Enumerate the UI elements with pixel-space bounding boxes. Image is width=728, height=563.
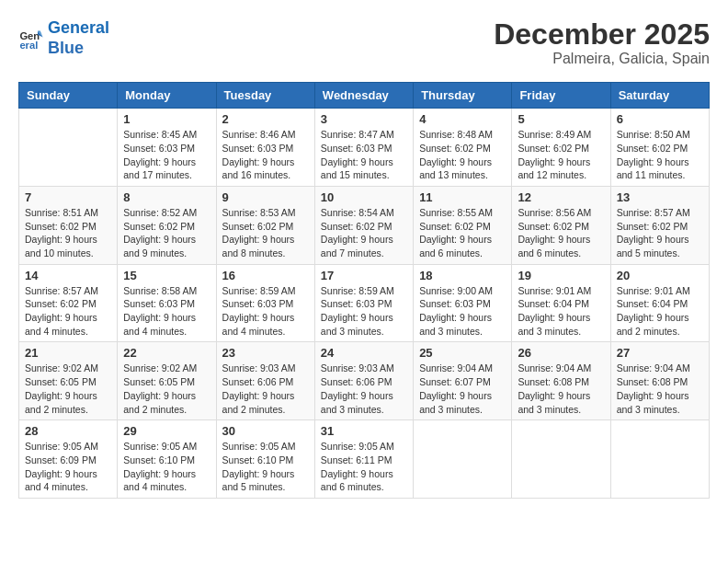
day-number: 5 [518,112,604,126]
day-number: 19 [518,269,604,282]
calendar-title: December 2025 [494,18,710,51]
day-number: 1 [123,112,210,126]
calendar-cell-week2-day2: 8Sunrise: 8:52 AMSunset: 6:02 PMDaylight… [118,186,216,264]
day-number: 4 [419,112,506,126]
calendar-cell-week4-day6: 26Sunrise: 9:04 AMSunset: 6:08 PMDayligh… [512,342,610,420]
weekday-header-friday: Friday [512,83,610,109]
day-info: Sunrise: 9:01 AMSunset: 6:04 PMDaylight:… [617,284,703,339]
day-number: 2 [222,112,309,126]
day-number: 23 [222,346,309,360]
day-info: Sunrise: 9:02 AMSunset: 6:05 PMDaylight:… [123,362,210,416]
day-number: 25 [419,346,506,360]
calendar-cell-week2-day6: 12Sunrise: 8:56 AMSunset: 6:02 PMDayligh… [512,186,610,264]
calendar-cell-week3-day1: 14Sunrise: 8:57 AMSunset: 6:02 PMDayligh… [19,264,118,342]
day-info: Sunrise: 8:59 AMSunset: 6:03 PMDaylight:… [222,284,309,339]
calendar-cell-week5-day5 [414,420,512,499]
day-info: Sunrise: 8:54 AMSunset: 6:02 PMDaylight:… [321,206,407,260]
calendar-cell-week3-day4: 17Sunrise: 8:59 AMSunset: 6:03 PMDayligh… [314,264,413,342]
day-info: Sunrise: 9:04 AMSunset: 6:08 PMDaylight:… [518,362,604,416]
calendar-cell-week4-day3: 23Sunrise: 9:03 AMSunset: 6:06 PMDayligh… [216,342,314,420]
calendar-cell-week4-day7: 27Sunrise: 9:04 AMSunset: 6:08 PMDayligh… [610,342,709,420]
weekday-header-tuesday: Tuesday [216,83,314,109]
day-number: 14 [25,269,111,282]
logo-icon: Gen eral [18,26,44,52]
day-info: Sunrise: 8:56 AMSunset: 6:02 PMDaylight:… [518,206,604,260]
calendar-week-4: 21Sunrise: 9:02 AMSunset: 6:05 PMDayligh… [19,342,710,420]
calendar-cell-week1-day2: 1Sunrise: 8:45 AMSunset: 6:03 PMDaylight… [118,109,216,187]
logo-text: GeneralBlue [48,18,109,58]
day-number: 28 [25,424,111,438]
day-number: 20 [617,269,703,282]
calendar-cell-week2-day1: 7Sunrise: 8:51 AMSunset: 6:02 PMDaylight… [19,186,118,264]
day-number: 30 [222,424,309,438]
calendar-cell-week1-day3: 2Sunrise: 8:46 AMSunset: 6:03 PMDaylight… [216,109,314,187]
day-info: Sunrise: 8:59 AMSunset: 6:03 PMDaylight:… [321,284,407,339]
day-info: Sunrise: 8:58 AMSunset: 6:03 PMDaylight:… [123,284,210,339]
weekday-header-saturday: Saturday [610,83,709,109]
day-number: 26 [518,346,604,360]
day-number: 17 [321,269,407,282]
calendar-cell-week5-day2: 29Sunrise: 9:05 AMSunset: 6:10 PMDayligh… [118,420,216,499]
page-header: Gen eral GeneralBlue December 2025 Palme… [18,18,710,67]
calendar-cell-week2-day5: 11Sunrise: 8:55 AMSunset: 6:02 PMDayligh… [414,186,512,264]
day-number: 8 [123,190,210,204]
day-number: 9 [222,190,309,204]
calendar-cell-week5-day7 [610,420,709,499]
calendar-cell-week1-day1 [19,109,118,187]
day-info: Sunrise: 8:49 AMSunset: 6:02 PMDaylight:… [518,128,604,182]
calendar-week-3: 14Sunrise: 8:57 AMSunset: 6:02 PMDayligh… [19,264,710,342]
day-info: Sunrise: 9:05 AMSunset: 6:11 PMDaylight:… [321,440,407,494]
weekday-header-row: SundayMondayTuesdayWednesdayThursdayFrid… [19,83,710,109]
day-info: Sunrise: 8:50 AMSunset: 6:02 PMDaylight:… [617,128,703,182]
calendar-cell-week4-day4: 24Sunrise: 9:03 AMSunset: 6:06 PMDayligh… [314,342,413,420]
calendar-cell-week3-day2: 15Sunrise: 8:58 AMSunset: 6:03 PMDayligh… [118,264,216,342]
day-number: 12 [518,190,604,204]
day-info: Sunrise: 8:53 AMSunset: 6:02 PMDaylight:… [222,206,309,260]
weekday-header-thursday: Thursday [414,83,512,109]
calendar-cell-week1-day4: 3Sunrise: 8:47 AMSunset: 6:03 PMDaylight… [314,109,413,187]
day-info: Sunrise: 8:57 AMSunset: 6:02 PMDaylight:… [617,206,703,260]
calendar-week-2: 7Sunrise: 8:51 AMSunset: 6:02 PMDaylight… [19,186,710,264]
calendar-cell-week5-day4: 31Sunrise: 9:05 AMSunset: 6:11 PMDayligh… [314,420,413,499]
day-number: 31 [321,424,407,438]
day-number: 24 [321,346,407,360]
day-number: 27 [617,346,703,360]
day-number: 10 [321,190,407,204]
day-info: Sunrise: 9:05 AMSunset: 6:10 PMDaylight:… [222,440,309,494]
calendar-cell-week2-day4: 10Sunrise: 8:54 AMSunset: 6:02 PMDayligh… [314,186,413,264]
day-info: Sunrise: 8:46 AMSunset: 6:03 PMDaylight:… [222,128,309,182]
calendar-cell-week4-day5: 25Sunrise: 9:04 AMSunset: 6:07 PMDayligh… [414,342,512,420]
calendar-table: SundayMondayTuesdayWednesdayThursdayFrid… [18,82,710,499]
day-info: Sunrise: 9:04 AMSunset: 6:07 PMDaylight:… [419,362,506,416]
day-info: Sunrise: 9:01 AMSunset: 6:04 PMDaylight:… [518,284,604,339]
title-block: December 2025 Palmeira, Galicia, Spain [494,18,710,67]
day-info: Sunrise: 8:55 AMSunset: 6:02 PMDaylight:… [419,206,506,260]
calendar-cell-week5-day3: 30Sunrise: 9:05 AMSunset: 6:10 PMDayligh… [216,420,314,499]
calendar-week-5: 28Sunrise: 9:05 AMSunset: 6:09 PMDayligh… [19,420,710,499]
calendar-cell-week3-day6: 19Sunrise: 9:01 AMSunset: 6:04 PMDayligh… [512,264,610,342]
svg-text:eral: eral [19,40,38,51]
day-number: 13 [617,190,703,204]
weekday-header-sunday: Sunday [19,83,118,109]
day-info: Sunrise: 8:52 AMSunset: 6:02 PMDaylight:… [123,206,210,260]
calendar-cell-week5-day1: 28Sunrise: 9:05 AMSunset: 6:09 PMDayligh… [19,420,118,499]
weekday-header-wednesday: Wednesday [314,83,413,109]
calendar-cell-week4-day1: 21Sunrise: 9:02 AMSunset: 6:05 PMDayligh… [19,342,118,420]
day-number: 18 [419,269,506,282]
day-info: Sunrise: 9:02 AMSunset: 6:05 PMDaylight:… [25,362,111,416]
day-number: 11 [419,190,506,204]
calendar-cell-week2-day7: 13Sunrise: 8:57 AMSunset: 6:02 PMDayligh… [610,186,709,264]
day-number: 29 [123,424,210,438]
day-info: Sunrise: 8:57 AMSunset: 6:02 PMDaylight:… [25,284,111,339]
day-number: 3 [321,112,407,126]
logo: Gen eral GeneralBlue [18,18,109,58]
calendar-cell-week3-day3: 16Sunrise: 8:59 AMSunset: 6:03 PMDayligh… [216,264,314,342]
day-number: 22 [123,346,210,360]
calendar-cell-week3-day7: 20Sunrise: 9:01 AMSunset: 6:04 PMDayligh… [610,264,709,342]
day-number: 7 [25,190,111,204]
day-info: Sunrise: 9:00 AMSunset: 6:03 PMDaylight:… [419,284,506,339]
day-info: Sunrise: 9:05 AMSunset: 6:10 PMDaylight:… [123,440,210,494]
calendar-cell-week1-day6: 5Sunrise: 8:49 AMSunset: 6:02 PMDaylight… [512,109,610,187]
calendar-cell-week1-day5: 4Sunrise: 8:48 AMSunset: 6:02 PMDaylight… [414,109,512,187]
day-number: 15 [123,269,210,282]
